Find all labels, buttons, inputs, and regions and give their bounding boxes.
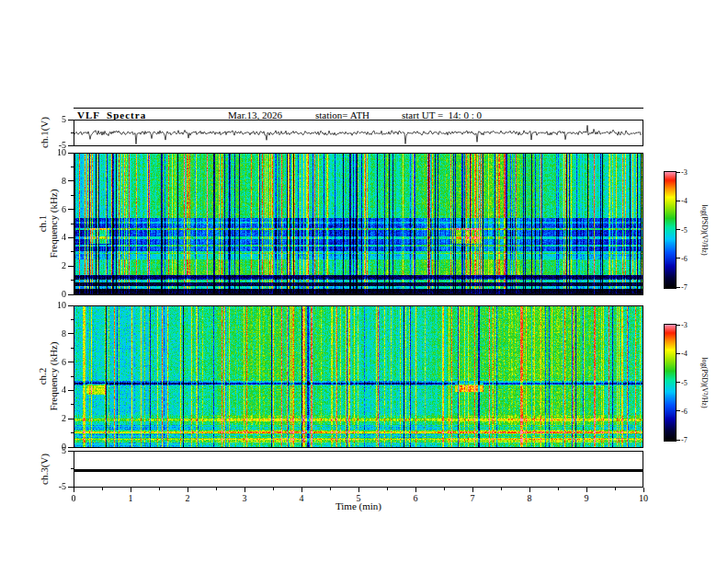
- colorbar-tick-label: -7: [681, 436, 688, 444]
- ch1-colorbar: [664, 171, 677, 289]
- x-minor-tick-mark: [330, 488, 331, 490]
- colorbar-tick-label: -3: [681, 321, 688, 329]
- y-tick-mark: [68, 209, 74, 210]
- y-minor-tick-mark: [71, 376, 74, 377]
- ch2-spectrogram-canvas: [74, 306, 643, 447]
- colorbar-tick-mark: [677, 287, 680, 288]
- ch2-label-line1: ch.2: [37, 342, 48, 411]
- ch1-waveform-panel: [74, 120, 643, 146]
- x-tick-mark: [586, 488, 587, 492]
- y-minor-tick-mark: [71, 195, 74, 196]
- colorbar-tick-mark: [677, 258, 680, 259]
- y-minor-tick-mark: [71, 348, 74, 349]
- x-tick-label: 1: [121, 493, 140, 504]
- x-tick-label: 2: [178, 493, 197, 504]
- y-tick-mark: [68, 237, 74, 238]
- colorbar-tick-label: -5: [681, 226, 688, 235]
- x-tick-mark: [358, 488, 359, 492]
- ch3-ylabel: ch.3(V): [39, 454, 50, 485]
- y-minor-tick-mark: [71, 251, 74, 252]
- y-tick-mark: [68, 266, 74, 267]
- colorbar-tick-label: -3: [681, 168, 688, 177]
- x-tick-label: 3: [235, 493, 254, 504]
- y-tick-mark: [68, 451, 74, 452]
- ch2-colorbar: [664, 324, 677, 442]
- x-minor-tick-mark: [102, 488, 103, 490]
- x-tick-mark: [529, 488, 530, 492]
- x-minor-tick-mark: [501, 488, 502, 490]
- x-tick-label: 7: [463, 493, 482, 504]
- colorbar-tick-mark: [677, 229, 680, 230]
- y-tick-label: 5: [46, 114, 66, 125]
- y-tick-label: 10: [46, 300, 66, 311]
- x-tick-mark: [188, 488, 188, 492]
- y-tick-label: 4: [46, 232, 66, 243]
- y-tick-label: 6: [46, 357, 66, 368]
- colorbar-tick-mark: [677, 410, 680, 411]
- vlf-spectra-figure: VLF Spectra Mar.13, 2026 station= ATH st…: [0, 0, 728, 563]
- x-minor-tick-mark: [558, 488, 559, 490]
- colorbar-tick-label: -6: [681, 255, 688, 263]
- colorbar-tick-mark: [677, 201, 680, 201]
- colorbar-tick-mark: [677, 353, 680, 354]
- y-tick-mark: [68, 120, 74, 121]
- ch3-line-canvas: [74, 452, 643, 487]
- colorbar-tick-label: -6: [681, 408, 688, 416]
- y-minor-tick-mark: [71, 468, 74, 469]
- x-tick-label: 5: [349, 493, 368, 504]
- x-tick-mark: [245, 488, 245, 492]
- ch1-label-line1: ch.1: [37, 190, 48, 259]
- y-tick-mark: [68, 180, 74, 181]
- colorbar-tick-mark: [677, 440, 680, 441]
- ch1-waveform-canvas: [74, 121, 643, 145]
- ch1-label-line2: Frequency (kHz): [48, 190, 59, 259]
- x-minor-tick-mark: [273, 488, 274, 490]
- y-tick-label: 8: [46, 328, 66, 339]
- colorbar-tick-label: -4: [681, 197, 688, 205]
- y-tick-mark: [68, 153, 74, 154]
- ch2-label-line2: Frequency (kHz): [48, 342, 59, 411]
- header-rule: [74, 108, 643, 109]
- y-tick-label: -5: [46, 481, 66, 492]
- x-tick-label: 0: [64, 493, 83, 504]
- ch2-colorbar-canvas: [665, 325, 676, 441]
- ch1-colorbar-label: log(PSD)(V²/Hz): [700, 204, 709, 255]
- y-tick-mark: [68, 390, 74, 391]
- y-tick-label: 2: [46, 413, 66, 424]
- colorbar-tick-mark: [677, 172, 680, 173]
- y-minor-tick-mark: [71, 132, 74, 133]
- y-minor-tick-mark: [71, 432, 74, 433]
- x-tick-mark: [131, 488, 131, 492]
- x-tick-label: 8: [520, 493, 539, 504]
- y-tick-mark: [68, 294, 74, 295]
- colorbar-tick-label: -7: [681, 283, 688, 292]
- y-minor-tick-mark: [71, 319, 74, 320]
- colorbar-tick-mark: [677, 382, 680, 383]
- ch2-spectrogram-panel: [74, 305, 643, 448]
- ch2-colorbar-label: log(PSD)(V²/Hz): [700, 357, 709, 408]
- ch1-spectrogram-ylabel: ch.1 Frequency (kHz): [37, 190, 59, 259]
- x-tick-label: 4: [292, 493, 311, 504]
- x-tick-mark: [472, 488, 473, 492]
- x-tick-label: 6: [406, 493, 425, 504]
- y-tick-mark: [68, 419, 74, 419]
- y-tick-label: 6: [46, 204, 66, 215]
- x-tick-label: 10: [634, 493, 653, 504]
- ch1-spectrogram-panel: [74, 153, 643, 295]
- y-tick-label: 0: [46, 289, 66, 300]
- ch2-spectrogram-ylabel: ch.2 Frequency (kHz): [37, 342, 59, 411]
- colorbar-tick-label: -4: [681, 350, 688, 358]
- x-tick-mark: [415, 488, 416, 492]
- y-tick-mark: [68, 362, 74, 362]
- x-minor-tick-mark: [444, 488, 445, 490]
- y-minor-tick-mark: [71, 167, 74, 167]
- x-tick-mark: [643, 488, 644, 492]
- x-minor-tick-mark: [216, 488, 217, 490]
- y-tick-label: 10: [46, 147, 66, 158]
- y-tick-mark: [68, 333, 74, 334]
- y-tick-mark: [68, 447, 74, 448]
- y-tick-label: 5: [46, 445, 66, 456]
- x-tick-mark: [74, 488, 74, 492]
- y-tick-label: 2: [46, 260, 66, 271]
- y-tick-mark: [68, 145, 74, 146]
